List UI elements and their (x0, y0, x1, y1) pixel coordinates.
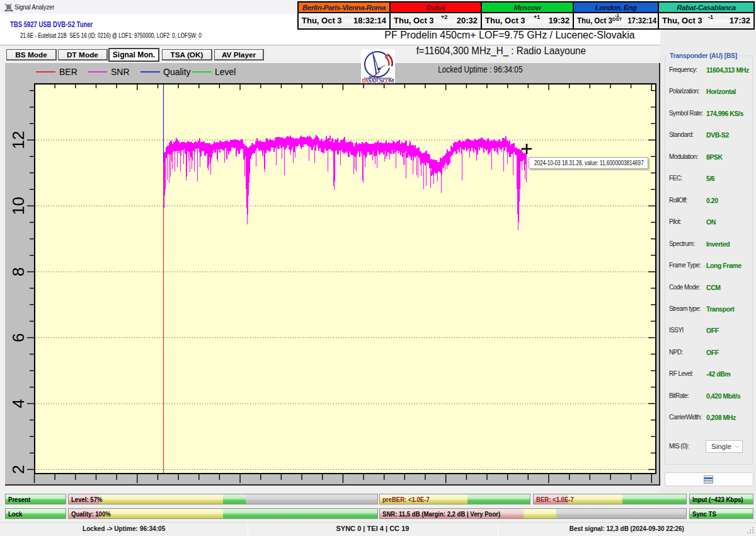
svg-text:SNR: SNR (111, 67, 130, 77)
svg-text:8: 8 (9, 267, 28, 276)
svg-text:DXSATCS.COM: DXSATCS.COM (362, 78, 394, 83)
svg-text:Level: Level (215, 67, 236, 77)
svg-text:12: 12 (9, 131, 28, 149)
svg-text:4: 4 (9, 399, 28, 408)
svg-text:Quality: Quality (163, 67, 191, 77)
svg-text:BER: BER (59, 67, 77, 77)
svg-text:10: 10 (9, 197, 28, 215)
svg-text:2: 2 (9, 465, 28, 474)
svg-text:6: 6 (9, 333, 28, 342)
